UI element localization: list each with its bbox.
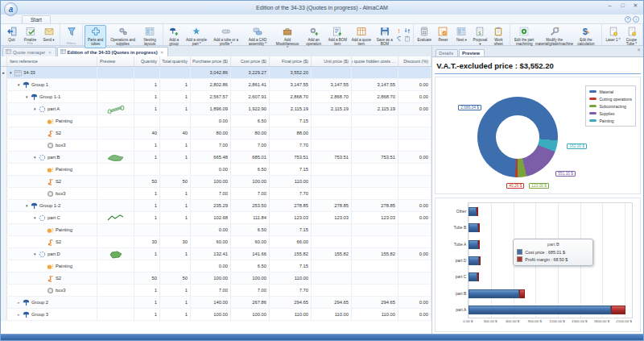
tab-close-icon[interactable]: ×: [48, 50, 51, 55]
row-selector[interactable]: ▸: [1, 67, 7, 78]
ribbon-button-proposal[interactable]: $Proposal ▾: [471, 25, 489, 48]
table-row-s2[interactable]: S2303060.0060.0066.00: [1, 236, 431, 248]
table-row-painting[interactable]: Painting0.006.507.15: [1, 164, 431, 176]
row-selector[interactable]: [1, 79, 7, 90]
x-tick-label: 900.00 $: [528, 319, 542, 323]
panel-close-icon[interactable]: ✕: [637, 47, 641, 52]
ribbon-button-nest[interactable]: Nest ▾: [452, 25, 471, 44]
table-row-s2[interactable]: S25050100.00100.00110.00: [1, 272, 431, 285]
cost-price-bar: [469, 207, 476, 216]
table-row-part-a[interactable]: ▾part A111,896.091,922.902,115.192,115.1…: [1, 103, 431, 115]
laser-icon: [609, 27, 618, 39]
column-header-cost-price[interactable]: Cost price ($): [231, 56, 270, 66]
tab-close-icon[interactable]: ×: [161, 50, 163, 55]
table-row-group-1[interactable]: ▾Group 1112,802.862,861.413,147.553,147.…: [1, 79, 431, 91]
bar-row-part-b[interactable]: part B: [469, 289, 632, 298]
cost-price-cell: 7.00: [231, 139, 270, 151]
cost-price-cell: 100.00: [231, 176, 270, 187]
table-row-group-2[interactable]: ▸Group 211140.00267.86294.65294.65294.65…: [1, 297, 431, 309]
column-header-final-price[interactable]: Final price ($): [270, 56, 312, 66]
table-row-s2[interactable]: S2404080.0080.0088.00: [1, 127, 431, 139]
ribbon-button-add-miscellaneous[interactable]: Add Miscellaneous *: [273, 25, 301, 52]
legend-item-cutting-operations: Cutting operations: [589, 95, 632, 102]
ribbon-button-filter-icon[interactable]: [62, 25, 80, 40]
total-quantity-cell: [160, 224, 191, 235]
table-row-painting[interactable]: Painting0.006.507.15: [1, 115, 431, 127]
bar-row-tube-b[interactable]: Tube B: [469, 223, 632, 232]
priority-icon[interactable]: !: [396, 27, 403, 34]
row-selector[interactable]: [1, 248, 7, 260]
row-selector[interactable]: [1, 115, 7, 127]
table-row-box3[interactable]: box3117.007.007.70: [1, 139, 431, 152]
row-selector[interactable]: [1, 103, 7, 114]
panel-tab-details[interactable]: Details: [436, 49, 458, 56]
column-header-unit-price-w-o-quote-hidden-costs[interactable]: Unit price w/o quote hidden costs ...: [352, 56, 398, 66]
row-selector[interactable]: [1, 272, 7, 284]
tooltip-swatch: [517, 249, 522, 255]
row-selector[interactable]: [1, 139, 7, 151]
row-selector[interactable]: [1, 285, 7, 296]
ribbon-button-coupe-tube[interactable]: Coupe Tube *: [622, 25, 641, 48]
table-icon: [14, 69, 23, 77]
row-selector[interactable]: [1, 212, 7, 223]
row-selector[interactable]: [1, 127, 7, 139]
ribbon-button-work-sheet[interactable]: Work sheet: [489, 25, 508, 48]
table-row-box3[interactable]: box3117.007.007.70: [1, 188, 431, 200]
discount-cell: [398, 139, 431, 151]
almacam-logo-icon[interactable]: a: [4, 2, 18, 16]
row-selector[interactable]: [1, 297, 7, 308]
table-row-part-c[interactable]: ▾part C11102.68111.84123.03123.03123.030…: [1, 212, 431, 224]
ribbon-button-evaluate[interactable]: Evaluate: [415, 25, 434, 44]
column-header-item-reference[interactable]: Item reference: [7, 56, 97, 66]
table-row-box3[interactable]: box3117.007.007.70: [1, 285, 431, 297]
bar-row-other[interactable]: Other: [469, 207, 632, 216]
column-header-preview[interactable]: Preview: [97, 56, 134, 66]
row-selector[interactable]: [1, 152, 7, 163]
table-row-group-3[interactable]: ▸Group 311100.00100.00110.00110.00110.00…: [1, 309, 431, 321]
help-icon[interactable]: ?: [625, 16, 631, 23]
bar-row-part-c[interactable]: part C: [469, 272, 632, 281]
unit-price-wo-hidden-cell: 2,868.70: [352, 91, 398, 102]
table-row-painting[interactable]: Painting0.006.507.15: [1, 224, 431, 236]
sort-icon[interactable]: [404, 27, 411, 34]
doc-tab-quote-manager[interactable]: Quote manager×: [2, 47, 56, 56]
column-header-purchase-price[interactable]: Purchase price ($): [191, 56, 231, 66]
panel-tab-preview[interactable]: Preview: [459, 49, 485, 56]
row-selector[interactable]: [1, 200, 7, 211]
table-row-s2[interactable]: S25050100.00100.00110.00: [1, 176, 431, 188]
maximize-icon[interactable]: □: [617, 2, 629, 10]
unit-price-cell: [312, 260, 352, 272]
table-row-group-1-1[interactable]: ▾Group 1-1112,567.572,607.912,868.702,86…: [1, 91, 431, 103]
minimize-icon[interactable]: –: [604, 2, 616, 10]
ribbon-button-laser-1[interactable]: Laser 1 *: [604, 25, 622, 44]
column-header-discount[interactable]: Discount (%): [398, 56, 431, 66]
tooltip-text: Cost price : 685.01 $: [525, 250, 565, 255]
discount-cell: [398, 115, 431, 127]
table-row-34-33[interactable]: ▸▾34-333,042.863,229.273,552.20: [1, 67, 431, 79]
row-selector[interactable]: [1, 224, 7, 235]
row-selector[interactable]: [1, 309, 7, 320]
column-header-unit-price[interactable]: Unit price ($): [312, 56, 352, 66]
close-icon[interactable]: ✕: [630, 2, 642, 10]
row-selector[interactable]: [1, 188, 7, 199]
item-label: Painting: [56, 167, 72, 172]
column-header-quantity[interactable]: Quantity: [134, 56, 160, 66]
table-row-group-1-2[interactable]: ▾Group 1-211235.29253.50278.85278.85278.…: [1, 200, 431, 212]
tab-start[interactable]: Start: [22, 15, 51, 23]
row-selector[interactable]: [1, 236, 7, 247]
info-icon[interactable]: i: [633, 16, 639, 23]
table-row-painting[interactable]: Painting0.006.507.15: [1, 260, 431, 272]
table-row-part-b[interactable]: ▾part B11665.48685.01753.51753.51753.510…: [1, 152, 431, 164]
row-selector[interactable]: [1, 164, 7, 175]
column-header-total-quantity[interactable]: Total quantity: [160, 56, 191, 66]
profit-margin-bar: [478, 223, 480, 232]
slice-label-painting: 162.00 $: [567, 143, 587, 149]
part-preview-thumbnail: [105, 250, 126, 259]
table-row-part-d[interactable]: ▾part D11132.41141.66155.82155.82155.820…: [1, 248, 431, 260]
ribbon-button-reset[interactable]: Reset: [434, 25, 452, 44]
doc-tab-edition-of-the-34-33-quotes-in-progress[interactable]: Edition of the 34-33 (Quotes in progress…: [57, 47, 168, 56]
row-selector[interactable]: [1, 260, 7, 272]
bar-row-part-a[interactable]: part A: [469, 306, 632, 314]
row-selector[interactable]: [1, 176, 7, 187]
row-selector[interactable]: [1, 91, 7, 102]
